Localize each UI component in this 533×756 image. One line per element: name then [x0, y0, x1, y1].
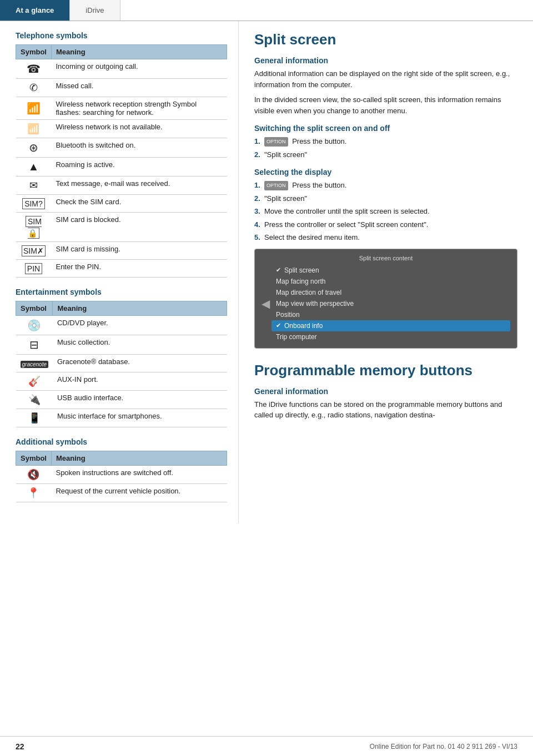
step-content: Move the controller until the split scre… [264, 206, 517, 217]
meaning-cell: Text message, e-mail was received. [51, 177, 227, 195]
split-screen-menu-item[interactable]: Map view with perspective [271, 298, 510, 309]
music-collection-icon: ⊟ [29, 339, 39, 351]
entertainment-table: Symbol Meaning 💿 CD/DVD player. ⊟ Music … [16, 301, 227, 427]
step-number: 5. [254, 232, 264, 243]
split-screen-menu-item[interactable]: Map direction of travel [271, 287, 510, 298]
additional-col1-header: Symbol [16, 451, 52, 466]
step-number: 3. [254, 206, 264, 217]
step-content: Select the desired menu item. [264, 232, 517, 243]
telephone-section-heading: Telephone symbols [16, 31, 227, 40]
usb-icon: 🔌 [28, 394, 41, 405]
split-screen-title: Split screen [254, 31, 517, 48]
table-row: ☎ Incoming or outgoing call. [16, 59, 227, 79]
list-item: 1. OPTION Press the button. [254, 136, 517, 147]
meaning-cell: Check the SIM card. [51, 195, 227, 213]
list-item: 5. Select the desired menu item. [254, 232, 517, 243]
right-column: Split screen General information Additio… [239, 21, 533, 523]
meaning-cell: AUX-IN port. [53, 372, 227, 391]
email-icon: ✉ [29, 180, 38, 191]
meaning-cell: Request of the current vehicle position. [51, 484, 227, 502]
step-content: Press the controller or select "Split sc… [264, 219, 517, 230]
meaning-cell: Music interface for smartphones. [53, 409, 227, 427]
symbol-cell: 🔌 [16, 391, 53, 409]
sim-blocked-icon: SIM🔒 [26, 216, 42, 239]
aux-icon: 🎸 [28, 376, 41, 387]
prog-mem-section: Programmable memory buttons General info… [254, 362, 517, 421]
meaning-cell: Spoken instructions are switched off. [51, 466, 227, 484]
sim-missing-icon: SIM✗ [22, 245, 46, 256]
symbol-cell: 📶 [16, 120, 52, 138]
telephone-col1-header: Symbol [16, 45, 52, 59]
symbol-cell: ☎ [16, 59, 52, 79]
table-row: PIN Enter the PIN. [16, 260, 227, 278]
meaning-cell: USB audio interface. [53, 391, 227, 409]
symbol-cell: 🔇 [16, 466, 52, 484]
telephone-table: Symbol Meaning ☎ Incoming or outgoing ca… [16, 44, 227, 278]
meaning-cell: CD/DVD player. [53, 316, 227, 335]
smartphone-icon: 📱 [28, 412, 41, 424]
meaning-cell: Wireless network reception strength Symb… [51, 97, 227, 120]
step-number: 4. [254, 219, 264, 230]
split-screen-menu-item[interactable]: Position [271, 309, 510, 320]
entertainment-col2-header: Meaning [53, 301, 227, 316]
symbol-cell: 🎸 [16, 372, 53, 391]
table-row: 📶 Wireless network is not available. [16, 120, 227, 138]
list-item: 2. "Split screen" [254, 193, 517, 204]
meaning-cell: Wireless network is not available. [51, 120, 227, 138]
table-row: 🔌 USB audio interface. [16, 391, 227, 409]
step-content: "Split screen" [264, 193, 517, 204]
table-row: ✆ Missed call. [16, 79, 227, 97]
meaning-cell: Gracenote® database. [53, 355, 227, 372]
table-row: 📱 Music interface for smartphones. [16, 409, 227, 427]
symbol-cell: ✉ [16, 177, 52, 195]
roaming-icon: ▲ [28, 160, 39, 173]
symbol-cell: 📍 [16, 484, 52, 502]
symbol-cell: 💿 [16, 316, 53, 335]
option-button-icon: OPTION [264, 181, 288, 191]
split-screen-content-image: Split screen content ◀ ✔ Split screen Ma… [254, 249, 517, 349]
table-row: ▲ Roaming is active. [16, 158, 227, 177]
prog-gen-info-heading: General information [254, 387, 517, 396]
table-row: gracenote Gracenote® database. [16, 355, 227, 372]
split-screen-menu-item-selected[interactable]: ✔ Onboard info [271, 320, 510, 331]
symbol-cell: ⊛ [16, 138, 52, 158]
symbol-cell: ⊟ [16, 335, 53, 355]
position-icon: 📍 [27, 487, 39, 498]
telephone-section: Telephone symbols Symbol Meaning ☎ Incom… [16, 31, 227, 278]
main-content: Telephone symbols Symbol Meaning ☎ Incom… [0, 21, 533, 523]
phone-icon: ☎ [27, 63, 41, 75]
selecting-heading: Selecting the display [254, 168, 517, 177]
step-number: 1. [254, 180, 264, 191]
split-screen-section: Split screen General information Additio… [254, 31, 517, 349]
table-row: 🔇 Spoken instructions are switched off. [16, 466, 227, 484]
meaning-cell: Music collection. [53, 335, 227, 355]
scroll-arrow-left-icon: ◀ [262, 297, 270, 310]
entertainment-col1-header: Symbol [16, 301, 53, 316]
symbol-cell: SIM🔒 [16, 213, 52, 242]
table-row: SIM? Check the SIM card. [16, 195, 227, 213]
tab-at-a-glance[interactable]: At a glance [0, 0, 70, 21]
table-row: ⊛ Bluetooth is switched on. [16, 138, 227, 158]
tab-idrive-label: iDrive [86, 6, 104, 14]
split-screen-menu-item[interactable]: ✔ Split screen [271, 265, 510, 276]
symbol-cell: SIM? [16, 195, 52, 213]
entertainment-section-heading: Entertainment symbols [16, 288, 227, 296]
table-row: 💿 CD/DVD player. [16, 316, 227, 335]
missed-call-icon: ✆ [29, 82, 38, 93]
table-row: SIM🔒 SIM card is blocked. [16, 213, 227, 242]
list-item: 4. Press the controller or select "Split… [254, 219, 517, 230]
prog-gen-info-text: The iDrive functions can be stored on th… [254, 399, 517, 421]
split-screen-menu-item[interactable]: Trip computer [271, 331, 510, 342]
general-info-text2: In the divided screen view, the so-calle… [254, 94, 517, 116]
split-screen-content-title: Split screen content [262, 255, 510, 261]
table-row: SIM✗ SIM card is missing. [16, 242, 227, 260]
step-content: "Split screen" [264, 149, 517, 160]
additional-section-heading: Additional symbols [16, 437, 227, 446]
meaning-cell: Roaming is active. [51, 158, 227, 177]
meaning-cell: Incoming or outgoing call. [51, 59, 227, 79]
page-number: 22 [16, 742, 24, 751]
split-screen-menu-item[interactable]: Map facing north [271, 276, 510, 287]
additional-section: Additional symbols Symbol Meaning 🔇 Spok… [16, 437, 227, 502]
entertainment-section: Entertainment symbols Symbol Meaning 💿 C… [16, 288, 227, 427]
tab-idrive[interactable]: iDrive [70, 0, 120, 21]
